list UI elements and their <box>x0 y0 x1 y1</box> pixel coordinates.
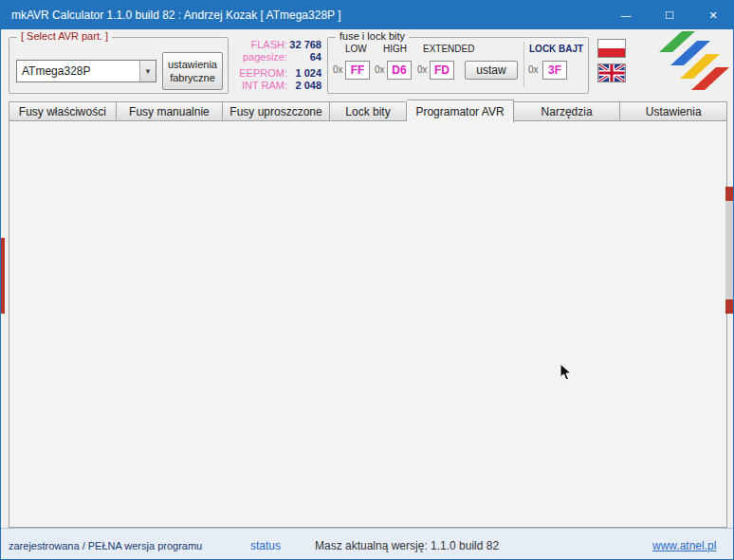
low-fuse-label: LOW <box>345 44 367 54</box>
flash-size-label: FLASH: <box>230 39 287 50</box>
lock-byte-value[interactable]: 3F <box>542 61 567 80</box>
window-title: mkAVR Calculator 1.1.0 build 82 : Andrze… <box>11 9 341 22</box>
tab-bar: Fusy właściwości Fusy manualnie Fusy upr… <box>9 99 727 121</box>
programator-avr-panel <box>9 120 727 528</box>
titlebar[interactable]: mkAVR Calculator 1.1.0 build 82 : Andrze… <box>1 1 733 29</box>
minimize-button[interactable]: — <box>604 1 648 29</box>
tab-fusy-manualnie[interactable]: Fusy manualnie <box>117 101 224 121</box>
registration-status: zarejestrowana / PEŁNA wersja programu <box>9 540 202 551</box>
status-link[interactable]: status <box>250 539 281 552</box>
low-fuse-value[interactable]: FF <box>345 61 370 80</box>
high-fuse-label: HIGH <box>383 44 407 54</box>
tab-fusy-uproszczone[interactable]: Fusy uproszczone <box>223 101 330 121</box>
atnel-logo-icon <box>650 29 731 92</box>
tab-fusy-wlasciwosci[interactable]: Fusy właściwości <box>9 101 117 121</box>
avr-part-select[interactable]: ATmega328P ▼ <box>16 60 156 82</box>
extended-fuse-label: EXTENDED <box>423 44 474 54</box>
fuse-separator <box>523 42 524 87</box>
background-window-artifact-left <box>1 238 5 314</box>
select-avr-group-label: [ Select AVR part. ] <box>17 30 112 42</box>
uk-flag-icon[interactable] <box>597 63 626 82</box>
hex-prefix: 0x <box>333 64 343 75</box>
avr-part-value: ATmega328P <box>17 61 139 81</box>
background-window-artifact-right <box>725 187 734 314</box>
website-link[interactable]: www.atnel.pl <box>652 539 716 552</box>
close-button[interactable]: ✕ <box>691 1 734 29</box>
maximize-icon: ☐ <box>665 9 674 22</box>
maximize-button[interactable]: ☐ <box>648 1 691 29</box>
tab-programator-avr[interactable]: Programator AVR <box>407 99 514 122</box>
hex-prefix: 0x <box>375 64 385 75</box>
poland-flag-icon[interactable] <box>597 39 626 58</box>
mouse-cursor-icon <box>560 363 573 385</box>
chevron-down-icon: ▼ <box>139 61 156 81</box>
tab-ustawienia[interactable]: Ustawienia <box>620 101 727 121</box>
version-text: Masz aktualną wersję: 1.1.0 build 82 <box>315 539 499 552</box>
eeprom-size-label: EEPROM: <box>230 67 287 79</box>
close-icon: ✕ <box>708 9 717 22</box>
pagesize-label: pagesize: <box>230 51 287 63</box>
flash-size-value: 32 768 <box>285 39 321 50</box>
extended-fuse-value[interactable]: FD <box>430 61 454 80</box>
tab-lock-bity[interactable]: Lock bity <box>330 101 407 121</box>
pagesize-value: 64 <box>285 51 321 63</box>
eeprom-size-value: 1 024 <box>285 67 321 79</box>
lock-byte-label: LOCK BAJT <box>529 44 583 54</box>
hex-prefix: 0x <box>417 64 428 75</box>
mkavr-calculator-window: mkAVR Calculator 1.1.0 build 82 : Andrze… <box>0 0 734 560</box>
fuse-lock-group: fuse i lock bity LOW HIGH EXTENDED LOCK … <box>327 37 589 94</box>
status-bar: zarejestrowana / PEŁNA wersja programu s… <box>1 528 733 560</box>
tab-narzedzia[interactable]: Narzędzia <box>514 101 621 121</box>
hex-prefix: 0x <box>528 64 539 75</box>
factory-settings-button[interactable]: ustawienia fabryczne <box>162 52 223 90</box>
high-fuse-value[interactable]: D6 <box>387 61 412 80</box>
set-fuses-button[interactable]: ustaw <box>465 61 518 80</box>
intram-value: 2 048 <box>285 80 321 91</box>
fuse-lock-group-label: fuse i lock bity <box>336 30 409 42</box>
minimize-icon: — <box>621 9 632 21</box>
intram-label: INT RAM: <box>230 80 287 91</box>
